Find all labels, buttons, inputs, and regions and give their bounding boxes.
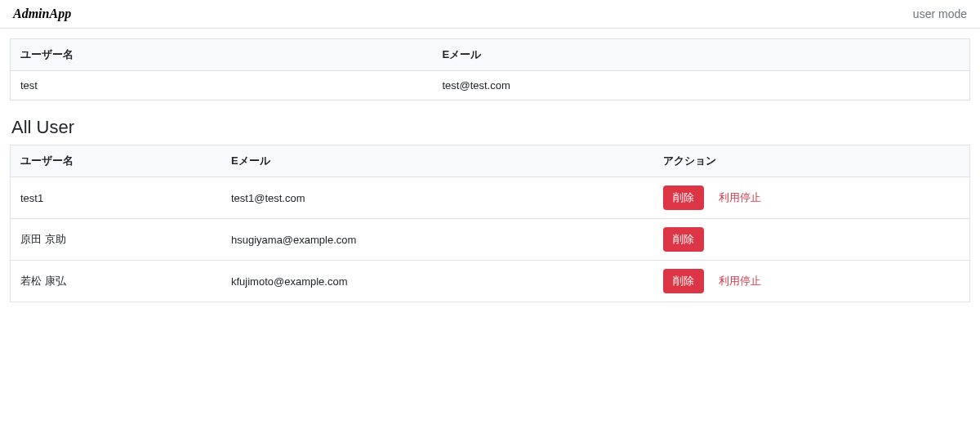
all-user-email: hsugiyama@example.com [221, 219, 653, 261]
all-user-username: 若松 康弘 [11, 261, 222, 302]
all-user-actions: 削除利用停止 [653, 261, 970, 302]
user-mode-link[interactable]: user mode [913, 7, 967, 20]
all-user-header-email: Eメール [221, 145, 653, 177]
current-user-username: test [11, 71, 433, 101]
suspend-link[interactable]: 利用停止 [710, 269, 769, 293]
all-user-actions: 削除 [653, 219, 970, 261]
navbar: AdminApp user mode [0, 0, 980, 29]
all-user-header-action: アクション [653, 145, 970, 177]
all-user-email: test1@test.com [221, 177, 653, 219]
suspend-link[interactable]: 利用停止 [710, 185, 769, 210]
delete-button[interactable]: 削除 [663, 227, 704, 252]
all-user-username: 原田 京助 [11, 219, 222, 261]
current-user-header-email: Eメール [433, 39, 970, 71]
all-user-table: ユーザー名 Eメール アクション test1test1@test.com削除利用… [10, 145, 970, 302]
table-row: 若松 康弘kfujimoto@example.com削除利用停止 [11, 261, 970, 302]
all-user-email: kfujimoto@example.com [221, 261, 653, 302]
current-user-email: test@test.com [433, 71, 970, 101]
table-row: test1test1@test.com削除利用停止 [11, 177, 970, 219]
table-row: 原田 京助hsugiyama@example.com削除 [11, 219, 970, 261]
all-user-actions: 削除利用停止 [653, 177, 970, 219]
current-user-header-username: ユーザー名 [11, 39, 433, 71]
table-row: test test@test.com [11, 71, 970, 101]
delete-button[interactable]: 削除 [663, 185, 704, 210]
delete-button[interactable]: 削除 [663, 269, 704, 293]
brand-link[interactable]: AdminApp [13, 7, 71, 21]
current-user-table: ユーザー名 Eメール test test@test.com [10, 38, 970, 101]
all-user-header-username: ユーザー名 [11, 145, 222, 177]
all-user-username: test1 [11, 177, 222, 219]
all-user-title: All User [11, 117, 970, 138]
